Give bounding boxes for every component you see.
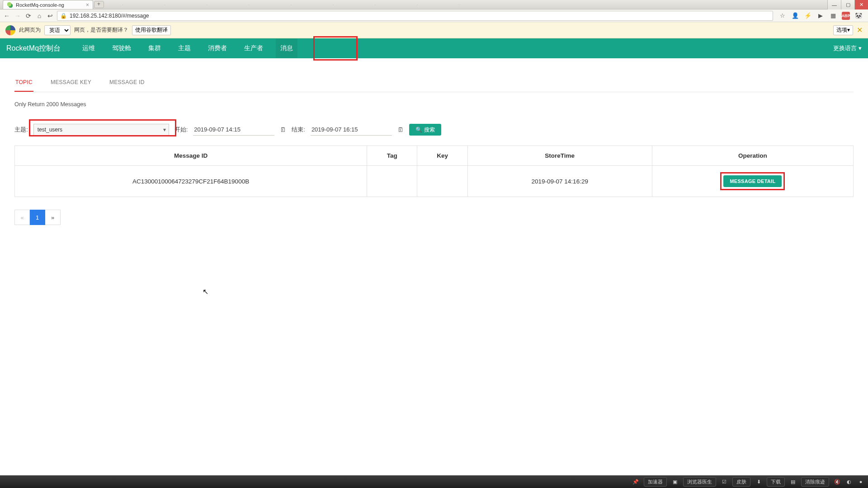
url-bar[interactable]: 🔒 192.168.25.142:8180/#/message — [57, 11, 773, 21]
translate-do-button[interactable]: 使用谷歌翻译 — [132, 25, 171, 35]
app-navbar: RocketMq控制台 运维 驾驶舱 集群 主题 消费者 生产者 消息 更换语言… — [0, 38, 868, 58]
nav-back-icon[interactable]: ← — [3, 12, 11, 20]
search-button-label: 搜索 — [424, 126, 435, 134]
cell-operation: MESSAGE DETAIL — [652, 166, 853, 197]
subtab-message-key[interactable]: MESSAGE KEY — [50, 75, 92, 92]
col-storetime: StoreTime — [467, 146, 652, 166]
pager-page-1[interactable]: 1 — [30, 210, 45, 225]
col-message-id: Message ID — [15, 146, 367, 166]
taskbar-clear[interactable]: 清除痕迹 — [801, 477, 829, 487]
subtab-message-id[interactable]: MESSAGE ID — [108, 75, 146, 92]
new-tab-button[interactable] — [94, 1, 104, 8]
toolbar-right: ☆ 👤 ⚡ ▶ ▦ ABP 🐼 — [776, 12, 865, 20]
sub-tabs: TOPIC MESSAGE KEY MESSAGE ID — [14, 75, 854, 92]
table-row: AC13000100064723279CF21F64B19000B 2019-0… — [15, 166, 854, 197]
translate-lang-select[interactable]: 英语 — [44, 25, 71, 35]
background-tabs: ········· — [104, 0, 868, 9]
window-maximize-button[interactable]: ▢ — [841, 0, 854, 9]
nav-home-icon[interactable]: ⌂ — [35, 12, 43, 20]
annotation-highlight-detail-btn: MESSAGE DETAIL — [720, 172, 785, 190]
taskbar-accel[interactable]: 加速器 — [644, 477, 667, 487]
taskbar-skin[interactable]: 皮肤 — [732, 477, 750, 487]
taskbar-moon-icon[interactable]: ◐ — [845, 478, 853, 485]
taskbar-check-icon[interactable]: ☑ — [721, 478, 728, 485]
translate-close-icon[interactable]: ✕ — [857, 26, 863, 34]
topic-label: 主题: — [14, 126, 28, 134]
topic-select-value: test_users — [38, 127, 62, 133]
browser-tab-active[interactable]: RocketMq-console-ng × — [3, 0, 93, 9]
col-key: Key — [417, 146, 467, 166]
begin-label: 开始: — [175, 126, 188, 134]
bolt-icon[interactable]: ⚡ — [804, 12, 812, 20]
tab-close-icon[interactable]: × — [86, 2, 89, 8]
window-close-button[interactable]: ✕ — [854, 0, 868, 9]
calendar-icon[interactable]: 🗓 — [280, 126, 286, 133]
tab-title: RocketMq-console-ng — [16, 2, 64, 8]
nav-producer[interactable]: 生产者 — [240, 39, 268, 58]
cell-message-id: AC13000100064723279CF21F64B19000B — [15, 166, 367, 197]
message-table: Message ID Tag Key StoreTime Operation A… — [14, 145, 854, 197]
nav-dashboard[interactable]: 驾驶舱 — [108, 39, 136, 58]
nav-lang-switch[interactable]: 更换语言 ▾ — [833, 44, 862, 52]
nav-ops[interactable]: 运维 — [78, 39, 99, 58]
taskbar-download[interactable]: 下载 — [767, 477, 785, 487]
apps-grid-icon[interactable]: ▦ — [829, 12, 837, 20]
col-tag: Tag — [367, 146, 417, 166]
end-label: 结束: — [292, 126, 305, 134]
nav-consumer[interactable]: 消费者 — [203, 39, 231, 58]
end-datetime-input[interactable] — [311, 124, 392, 136]
nav-forward-icon[interactable]: → — [14, 12, 22, 20]
cell-storetime: 2019-09-07 14:16:29 — [467, 166, 652, 197]
url-text: 192.168.25.142:8180/#/message — [70, 13, 149, 19]
translate-swirl-icon — [5, 25, 15, 35]
nav-cluster[interactable]: 集群 — [144, 39, 165, 58]
annotation-highlight-nav — [313, 36, 358, 61]
pager-next[interactable]: » — [45, 210, 61, 225]
cell-key — [417, 166, 467, 197]
subtab-topic[interactable]: TOPIC — [14, 75, 33, 92]
browser-title-bar: RocketMq-console-ng × ········· — ▢ ✕ — [0, 0, 868, 9]
panda-icon[interactable]: 🐼 — [854, 12, 863, 20]
mouse-cursor-icon: ↖ — [203, 287, 208, 296]
nav-undo-icon[interactable]: ↩ — [46, 12, 54, 20]
tab-favicon — [7, 2, 13, 8]
play-icon[interactable]: ▶ — [816, 12, 825, 20]
nav-reload-icon[interactable]: ⟳ — [24, 12, 33, 20]
user-icon[interactable]: 👤 — [791, 12, 799, 20]
window-minimize-button[interactable]: — — [827, 0, 841, 9]
translate-prefix: 此网页为 — [19, 26, 41, 34]
taskbar-dot-icon[interactable]: ● — [857, 478, 864, 485]
nav-message[interactable]: 消息 — [276, 39, 297, 58]
translate-bar: 此网页为 英语 网页，是否需要翻译？ 使用谷歌翻译 选项▾ ✕ — [0, 22, 868, 38]
taskbar-mute-icon[interactable]: 🔇 — [834, 478, 841, 485]
pagination: « 1 » — [14, 210, 854, 225]
filter-row: 主题: test_users 开始: 🗓 结束: 🗓 🔍 搜索 — [14, 124, 854, 136]
taskbar-doctor[interactable]: 浏览器医生 — [683, 477, 716, 487]
os-taskbar: 📌 加速器 ▣ 浏览器医生 ☑ 皮肤 ⬇ 下载 ▤ 清除痕迹 🔇 ◐ ● — [0, 475, 868, 488]
bookmark-star-icon[interactable]: ☆ — [778, 12, 787, 20]
taskbar-pin-icon[interactable]: 📌 — [632, 478, 639, 485]
app-brand[interactable]: RocketMq控制台 — [6, 44, 61, 53]
pager-prev[interactable]: « — [14, 210, 30, 225]
cell-tag — [367, 166, 417, 197]
col-operation: Operation — [652, 146, 853, 166]
search-icon: 🔍 — [415, 127, 422, 133]
insecure-icon: 🔒 — [60, 13, 67, 19]
search-button[interactable]: 🔍 搜索 — [409, 124, 441, 136]
translate-options-button[interactable]: 选项▾ — [833, 25, 853, 35]
topic-select[interactable]: test_users — [33, 124, 169, 136]
taskbar-list-icon[interactable]: ▤ — [789, 478, 797, 485]
taskbar-download-icon[interactable]: ⬇ — [755, 478, 762, 485]
begin-datetime-input[interactable] — [193, 124, 274, 136]
browser-navbar: ← → ⟳ ⌂ ↩ 🔒 192.168.25.142:8180/#/messag… — [0, 9, 868, 22]
message-detail-button[interactable]: MESSAGE DETAIL — [723, 175, 782, 187]
taskbar-screen-icon[interactable]: ▣ — [671, 478, 679, 485]
calendar-icon[interactable]: 🗓 — [397, 126, 404, 133]
result-limit-hint: Only Return 2000 Messages — [14, 101, 854, 108]
nav-topic[interactable]: 主题 — [174, 39, 195, 58]
adblock-icon[interactable]: ABP — [842, 12, 850, 20]
translate-suffix: 网页，是否需要翻译？ — [74, 26, 128, 34]
